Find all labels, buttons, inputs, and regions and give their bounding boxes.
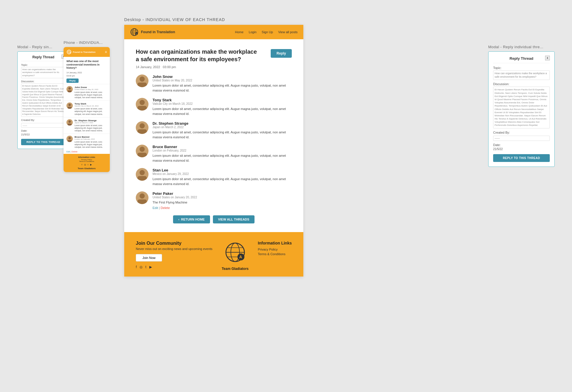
phone-twitter-icon[interactable]: t — [88, 163, 88, 166]
desktop-avatar-3 — [136, 145, 148, 157]
nav-login[interactable]: Login — [249, 30, 257, 34]
desktop-footer: Join Our Community Never miss out on exc… — [124, 232, 303, 277]
phone-facebook-icon[interactable]: f — [81, 163, 82, 166]
svg-point-13 — [68, 137, 71, 139]
desktop-comment-meta-2: Japan on March 2, 2022 — [153, 126, 292, 129]
modal-left-topic-text: How can organizations make the workplace… — [21, 67, 66, 78]
footer-twitter-icon[interactable]: t — [145, 265, 146, 269]
nav-signup[interactable]: Sign Up — [262, 30, 273, 34]
desktop-comment-name-5: Peter Paker — [153, 191, 197, 196]
desktop-comment-meta-1: Vatican City on March 18, 2022 — [153, 102, 292, 105]
svg-point-30 — [140, 170, 145, 175]
footer-privacy-link[interactable]: Privacy Policy — [258, 248, 292, 251]
desktop-reply-button[interactable]: Reply — [271, 49, 292, 58]
modal-right-created-input[interactable] — [493, 136, 550, 141]
footer-join-button[interactable]: Join Now — [136, 254, 162, 262]
desktop-delete-link[interactable]: Delete — [161, 206, 170, 210]
svg-point-11 — [68, 120, 71, 123]
phone-youtube-icon[interactable]: ▶ — [90, 163, 92, 166]
view-all-threads-button[interactable]: VIEW ALL THREADS — [213, 215, 255, 223]
phone-edit-delete: Edit | Delete — [64, 150, 110, 154]
desktop-comment-body-1: Tony Stark Vatican City on March 18, 202… — [153, 98, 292, 116]
phone-comment-name-1: Tony Stark — [75, 102, 107, 105]
phone-instagram-icon[interactable]: ◎ — [84, 163, 86, 166]
phone-comment-content-1: Tony Stark Vatican City on March 18, 202… — [75, 102, 107, 115]
desktop-comment-name-1: Tony Stark — [153, 98, 292, 102]
desktop-comment-text-0: Lorem ipsum dolor sit amet, consectetur … — [153, 83, 292, 93]
modal-left-container: Modal - Reply sin... Reply Thread X Topi… — [17, 45, 69, 149]
phone-edit-link[interactable]: Edit — [66, 151, 70, 153]
desktop-comment-body-3: Bruce Banner London on February, 2022 Lo… — [153, 145, 292, 163]
desktop-edit-delete: Edit | Delete — [153, 206, 197, 210]
chevron-left-icon: ‹ — [178, 218, 179, 221]
svg-point-7 — [68, 87, 71, 89]
nav-view-all[interactable]: View all posts — [278, 30, 298, 34]
phone-avatar-1 — [66, 102, 73, 109]
svg-text:A: A — [70, 53, 70, 54]
phone-comment-name-3: Bruce Banner — [75, 136, 107, 138]
footer-join-subtitle: Never miss out on exciting news and upco… — [136, 247, 212, 251]
phone-header: A Found in Translation ≡ — [64, 47, 110, 57]
phone-date: 14 January, 2022 — [64, 71, 110, 74]
svg-point-26 — [140, 123, 145, 128]
modal-left-reply-button[interactable]: REPLY TO THIS THREAD — [21, 139, 66, 145]
avatar-icon — [136, 191, 148, 204]
modal-right-date-value: 21/5/22 — [493, 148, 550, 151]
phone-comment-2: Dr. Stephen Strange Japan on March 2, 20… — [64, 117, 110, 134]
modal-left-title: Reply Thread X — [21, 55, 66, 61]
phone-thread-title: What was one of the most controversial i… — [64, 57, 110, 71]
svg-rect-31 — [138, 176, 147, 181]
modal-right-topic-label: Topic: — [493, 66, 550, 70]
desktop-nav-logo: A Found in Translation — [130, 28, 175, 36]
footer-terms-link[interactable]: Terms & Conditions — [258, 252, 292, 256]
phone-comment-content-2: Dr. Stephen Strange Japan on March 2, 20… — [75, 119, 107, 132]
footer-facebook-icon[interactable]: f — [136, 265, 137, 269]
desktop-comment-name-2: Dr. Stephen Strange — [153, 121, 292, 126]
phone-avatar-0 — [66, 86, 73, 92]
desktop-comment-text-4: Lorem ipsum dolor sit amet, consectetur … — [153, 177, 292, 186]
phone-comment-text-0: Lorem ipsum dolor sit amet, cons adipisc… — [75, 91, 107, 99]
svg-text:A: A — [136, 33, 137, 35]
footer-instagram-icon[interactable]: ◎ — [140, 265, 142, 269]
footer-team-name: Team Gladiators — [222, 267, 248, 271]
svg-rect-10 — [68, 107, 72, 109]
footer-join-title: Join Our Community — [136, 241, 212, 246]
desktop-edit-link[interactable]: Edit — [153, 206, 158, 210]
phone-delete-link[interactable]: Delete — [72, 151, 77, 153]
desktop-comment-meta-5: United States on January 20, 2022 — [153, 196, 197, 199]
phone-comment-meta-3: London on February, 2022 — [75, 138, 107, 140]
desktop-comment-name-4: Stan Lee — [153, 168, 292, 172]
footer-youtube-icon[interactable]: ▶ — [149, 265, 152, 269]
svg-point-22 — [140, 76, 145, 82]
phone-reply-button[interactable]: Reply — [66, 79, 79, 83]
desktop-comment-body-2: Dr. Stephen Strange Japan on March 2, 20… — [153, 121, 292, 139]
svg-rect-23 — [138, 83, 147, 87]
desktop-comment-body-5: Peter Paker United States on January 20,… — [153, 191, 197, 210]
desktop-thread-header: How can orgainizations make the workplac… — [136, 48, 292, 63]
modal-right-date-label: Date: — [493, 143, 550, 147]
svg-rect-29 — [138, 153, 147, 157]
phone-team-name: Team Gladiators — [66, 167, 107, 170]
footer-logo-center: A Team Gladiators — [222, 241, 248, 271]
modal-right-close-button[interactable]: X — [545, 56, 550, 60]
desktop-comment-1: Tony Stark Vatican City on March 18, 202… — [136, 98, 292, 116]
desktop-nav: A Found in Translation Home Login Sign U… — [124, 25, 303, 39]
phone-menu-icon[interactable]: ≡ — [105, 50, 107, 54]
modal-left-discussion-text[interactable]: Et Harum Quidem Rerum Facilis Est Et Exp… — [21, 83, 66, 117]
phone-terms-link[interactable]: Terms & Conditions — [66, 160, 107, 162]
modal-right-label: Modal - Reply individual thre... — [488, 45, 555, 49]
phone-globe-icon: A — [66, 49, 72, 55]
desktop-thread-date: 14 January, 2022 03:00 pm — [136, 65, 292, 69]
nav-home[interactable]: Home — [235, 30, 244, 34]
return-home-button[interactable]: ‹ RETURN HOME — [173, 215, 210, 223]
desktop-globe-icon: A — [130, 28, 139, 36]
phone-comment-text-2: Lorem ipsum dolor sit amet, cons adipisc… — [75, 124, 107, 132]
phone-comment-meta-1: Vatican City on March 18, 2022 — [75, 105, 107, 107]
desktop-nav-links: Home Login Sign Up View all posts — [235, 30, 298, 34]
modal-left-created-input[interactable] — [21, 123, 66, 128]
footer-info-section: Information Links Privacy Policy Terms &… — [258, 241, 292, 257]
desktop-comment-text-1: Lorem ipsum dolor sit amet, consectetur … — [153, 107, 292, 116]
phone-comment-1: Tony Stark Vatican City on March 18, 202… — [64, 100, 110, 117]
modal-right-reply-button[interactable]: REPLY TO THIS THREAD — [493, 154, 550, 162]
modal-right-discussion-text[interactable]: Et Harum Quidem Rerum Facilis Est Et Exp… — [493, 87, 550, 128]
